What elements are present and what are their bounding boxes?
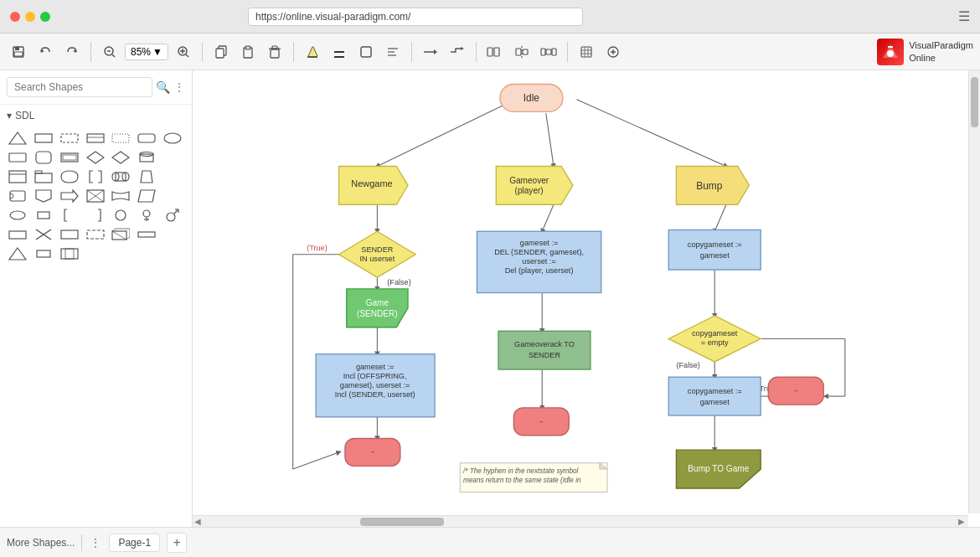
grid-button[interactable] — [575, 40, 598, 64]
fill-button[interactable] — [301, 40, 324, 64]
shape-diamond2[interactable] — [110, 149, 132, 166]
shape-small-rect[interactable] — [33, 207, 54, 224]
shape-male[interactable] — [162, 207, 183, 224]
zoom-in-button[interactable] — [172, 40, 195, 64]
shape-dashed-rect2[interactable] — [85, 226, 106, 243]
svg-line-86 — [174, 209, 178, 214]
shape-pentagon[interactable] — [33, 188, 54, 204]
shape-x-shape[interactable] — [33, 226, 54, 243]
svg-rect-50 — [61, 134, 78, 142]
shape-rect3[interactable] — [7, 226, 28, 243]
shape-grid-rect[interactable] — [85, 130, 106, 147]
shape-tab-rect[interactable] — [33, 168, 54, 185]
canvas-area[interactable]: Idle Newgame Gameover (player) Bump SEND… — [193, 70, 980, 527]
separator-1 — [90, 42, 91, 62]
add-page-button[interactable]: + — [167, 533, 187, 553]
shape-circle[interactable] — [110, 207, 132, 224]
shape-none6[interactable] — [85, 245, 106, 262]
maximize-button[interactable] — [40, 12, 50, 22]
close-button[interactable] — [10, 12, 20, 22]
copy-button[interactable] — [209, 40, 233, 64]
page-tab[interactable]: Page-1 — [109, 534, 160, 552]
redo-button[interactable] — [60, 40, 84, 64]
zoom-out-button[interactable] — [98, 40, 121, 64]
shape-triangle[interactable] — [7, 130, 28, 147]
shape-none5[interactable] — [162, 226, 183, 243]
shape-triangle2[interactable] — [7, 245, 28, 262]
shape-cross-rect[interactable] — [85, 188, 106, 204]
shape-3d-rect[interactable] — [110, 226, 132, 243]
shape-curved-rect[interactable] — [59, 168, 80, 185]
distribute-button[interactable] — [537, 40, 560, 64]
line-color-button[interactable] — [328, 40, 351, 64]
format-button[interactable] — [381, 40, 405, 64]
shape-wide-rect[interactable] — [59, 245, 80, 262]
svg-marker-27 — [434, 49, 437, 54]
shape-rounded-rect[interactable] — [136, 130, 157, 147]
shape-rounded-rect2[interactable] — [33, 149, 54, 166]
shape-bracket-open[interactable] — [59, 207, 80, 224]
svg-rect-53 — [112, 134, 129, 142]
shape-none7[interactable] — [110, 245, 132, 262]
shape-diamond[interactable] — [85, 149, 106, 166]
shape-none2[interactable] — [162, 149, 183, 166]
shape-stadium[interactable] — [110, 168, 132, 185]
save-button[interactable] — [7, 40, 30, 64]
shape-trapezoid[interactable] — [136, 168, 157, 185]
svg-rect-18 — [272, 46, 277, 49]
undo-button[interactable] — [34, 40, 57, 64]
svg-rect-152 — [668, 230, 761, 270]
shape-ellipse[interactable] — [162, 130, 183, 147]
waypoint-button[interactable] — [446, 40, 469, 64]
shape-slim-rect[interactable] — [136, 226, 157, 243]
delete-button[interactable] — [263, 40, 286, 64]
add-button[interactable] — [601, 40, 625, 64]
shape-none8[interactable] — [136, 245, 157, 262]
search-input[interactable] — [7, 77, 152, 97]
horizontal-scrollbar[interactable]: ◀ ▶ — [193, 515, 968, 527]
arrange-button[interactable] — [483, 40, 507, 64]
scroll-left-arrow[interactable]: ◀ — [193, 517, 203, 526]
more-shapes-button[interactable]: More Shapes... — [7, 537, 75, 549]
shape-scroll[interactable] — [7, 188, 28, 204]
shape-dotted-rect[interactable] — [110, 130, 132, 147]
shape-rect[interactable] — [33, 130, 54, 147]
sdl-label[interactable]: ▾ SDL — [7, 110, 185, 121]
sidebar-more-icon[interactable]: ⋮ — [173, 80, 185, 94]
align-button[interactable] — [510, 40, 534, 64]
vertical-scrollbar[interactable] — [968, 70, 980, 513]
search-icon[interactable]: 🔍 — [156, 80, 170, 94]
svg-rect-47 — [888, 46, 893, 48]
shape-small-rect2[interactable] — [33, 245, 54, 262]
shape-double-rect[interactable] — [59, 149, 80, 166]
shape-none4[interactable] — [162, 188, 183, 204]
page-options-button[interactable]: ⋮ — [89, 537, 102, 549]
shape-none9[interactable] — [162, 245, 183, 262]
scroll-thumb-vertical[interactable] — [971, 77, 978, 127]
connector-button[interactable] — [419, 40, 442, 64]
shape-rect4[interactable] — [59, 226, 80, 243]
shape-cylinder[interactable] — [136, 149, 157, 166]
shape-parallelogram[interactable] — [136, 188, 157, 204]
shape-button[interactable] — [354, 40, 378, 64]
shape-brackets[interactable] — [85, 168, 106, 185]
shape-bracket-close[interactable] — [85, 207, 106, 224]
minimize-button[interactable] — [25, 12, 35, 22]
shape-dashed-rect[interactable] — [59, 130, 80, 147]
shape-female[interactable] — [136, 207, 157, 224]
shape-none3[interactable] — [162, 168, 183, 185]
hamburger-menu[interactable]: ☰ — [958, 8, 970, 24]
shape-concave[interactable] — [110, 188, 132, 204]
shape-header-rect[interactable] — [7, 168, 28, 185]
svg-text:Game: Game — [366, 298, 389, 307]
url-bar[interactable]: https://online.visual-paradigm.com/ — [248, 8, 583, 26]
shape-arrow-right[interactable] — [59, 188, 80, 204]
zoom-control[interactable]: 85% ▼ — [125, 44, 168, 60]
svg-line-106 — [714, 204, 726, 231]
scroll-right-arrow[interactable]: ▶ — [957, 517, 967, 526]
shape-oval[interactable] — [7, 207, 28, 224]
separator-6 — [567, 42, 568, 62]
shape-rect2[interactable] — [7, 149, 28, 166]
paste-button[interactable] — [236, 40, 260, 64]
scroll-thumb-horizontal[interactable] — [360, 518, 444, 526]
